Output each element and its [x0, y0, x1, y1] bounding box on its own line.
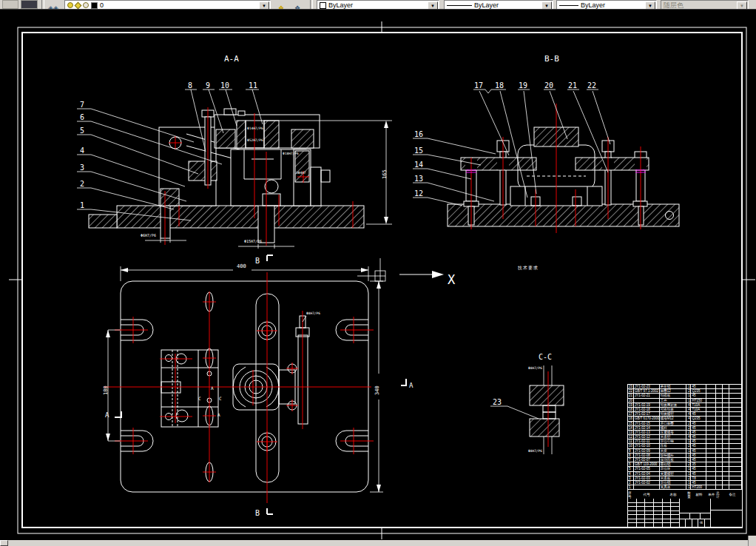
plan-section-a-left: A: [105, 411, 109, 419]
layer-lock-icon[interactable]: [83, 2, 89, 8]
bb-base-plate-hatch: [448, 204, 679, 226]
lineweight-dropdown-arrow[interactable]: ▼: [645, 1, 655, 10]
aa-dim-bushing-right: Φ18H7/P6: [283, 152, 299, 155]
svg-text:8: 8: [188, 81, 192, 90]
direction-arrow: X: [399, 271, 456, 287]
layer-freeze-icon[interactable]: [75, 1, 82, 9]
plan-dim-400: 400: [237, 263, 246, 269]
direction-marker-x: X: [448, 272, 456, 287]
svg-text:16: 16: [414, 130, 423, 138]
svg-text:11: 11: [249, 81, 257, 90]
plan-section-b-bottom: B: [255, 509, 260, 517]
svg-text:18: 18: [495, 81, 504, 90]
plan-section-marks: [115, 255, 406, 514]
title-block-right: [711, 499, 743, 528]
view-section-cc: C-C 23 Φ8H7/P6 Φ8H7/P6: [490, 353, 564, 454]
bb-balloons-left: 16 15 14 13 12: [414, 130, 423, 198]
plan-base-plate: [121, 281, 368, 492]
svg-text:14: 14: [414, 161, 423, 169]
notes-title: 技术要求: [481, 265, 576, 272]
plan-centerlines: [104, 272, 374, 503]
drawing-number-cell: [711, 510, 743, 528]
aa-base-plate-hatch: [117, 206, 364, 228]
title-block-revision-grid: [628, 499, 680, 528]
svg-text:A: A: [211, 385, 214, 391]
horizontal-scrollbar[interactable]: [0, 540, 756, 546]
linetype-sample: [447, 5, 472, 6]
layer-dropdown-arrow[interactable]: ▼: [259, 1, 269, 10]
aa-dim-pin-left: Φ6H7/P6: [141, 233, 156, 237]
svg-text:C: C: [198, 396, 201, 401]
view-plan: 400 340 180 Φ8H7/P6 B B A A A C C: [103, 255, 414, 517]
plan-clamp-bar: [298, 335, 308, 424]
plan-dim-180: 180: [103, 385, 109, 395]
aa-base-step-hatch: [89, 215, 117, 228]
svg-text:C: C: [219, 396, 222, 401]
svg-text:15: 15: [414, 146, 423, 155]
layer-previous-icon[interactable]: ❖: [290, 0, 305, 9]
title-block-middle: 张: [680, 499, 711, 528]
unit-name-cell: [711, 499, 743, 510]
linetype-dropdown[interactable]: ByLayer ▼: [444, 0, 553, 10]
svg-text:1: 1: [80, 201, 84, 209]
title-block: 张: [627, 499, 742, 528]
svg-text:9: 9: [206, 81, 210, 90]
view-aa-title: A-A: [224, 54, 239, 64]
aa-dim-bushing-lower: Φ52H7/P6: [247, 138, 263, 142]
bom-rows: 23 JY1-02-23 菱形销 1 45 22 GB/T 97.1-2002 …: [628, 385, 742, 490]
toolbar-separator: [41, 0, 44, 9]
view-bb-title: B-B: [544, 54, 559, 64]
plan-dims: [106, 266, 383, 492]
toolbar-icon-partial[interactable]: [2, 0, 18, 9]
layer-name: 0: [100, 1, 104, 9]
scroll-left-button[interactable]: [0, 540, 8, 546]
drawing-name-cell: [680, 499, 711, 513]
plan-dim-stud: Φ8H7/P6: [306, 311, 320, 315]
view-section-bb: B-B: [413, 54, 679, 233]
resize-grip: [748, 536, 756, 546]
sheet-cell: 张: [698, 519, 704, 528]
lineweight-value: ByLayer: [581, 1, 605, 9]
plan-section-b-top: B: [255, 257, 260, 265]
svg-text:17: 17: [474, 81, 483, 90]
bb-balloon-leaders-left: [413, 138, 496, 206]
plan-dim-340: 340: [374, 385, 380, 395]
linetype-dropdown-arrow[interactable]: ▼: [541, 1, 552, 10]
toolbar-icon-dark[interactable]: [21, 0, 38, 9]
aa-dim-pin-right: Φ15H7/P6: [244, 239, 262, 243]
svg-text:21: 21: [568, 81, 577, 90]
plotstyle-value: 随层色: [664, 1, 684, 10]
linetype-value: ByLayer: [474, 1, 499, 9]
layer-on-icon[interactable]: [67, 2, 73, 8]
svg-text:A: A: [217, 412, 220, 417]
svg-text:2: 2: [80, 180, 84, 188]
aa-dim-bushing-upper: Φ14H7/P6: [247, 127, 263, 130]
svg-text:7: 7: [80, 101, 84, 109]
aa-balloons-left: 7 6 5 4 3 2 1: [80, 101, 84, 209]
cc-dim-top: Φ8H7/P6: [528, 366, 542, 370]
aa-dim-small-holes: 3Φ4H7: [296, 171, 306, 175]
svg-text:3: 3: [80, 164, 84, 172]
bom-table: 23 JY1-02-23 菱形销 1 45 22 GB/T 97.1-2002 …: [627, 384, 742, 499]
aa-balloons-top: 8 9 10 11: [188, 81, 257, 90]
color-dropdown[interactable]: ByLayer ▼: [317, 0, 439, 10]
svg-text:20: 20: [544, 81, 553, 90]
svg-text:6: 6: [80, 113, 84, 121]
layers-dialog-icon[interactable]: ◈◈: [45, 0, 61, 9]
make-object-layer-current-icon[interactable]: ❖: [274, 0, 288, 9]
plotstyle-dropdown-arrow: ▼: [737, 1, 747, 10]
toolbar: ◈◈ 0 ▼ ❖ ❖ ByLayer ▼ ByLayer ▼ ByLayer ▼: [0, 0, 756, 10]
svg-text:10: 10: [220, 81, 229, 90]
plotstyle-dropdown: 随层色 ▼: [661, 0, 749, 10]
color-dropdown-arrow[interactable]: ▼: [428, 1, 438, 10]
lineweight-dropdown[interactable]: ByLayer ▼: [556, 0, 657, 10]
bb-balloons-top: 17 18 19 20 21 22: [474, 81, 596, 90]
layer-dropdown[interactable]: 0 ▼: [64, 0, 271, 10]
cc-dim-bottom: Φ8H7/P6: [528, 449, 542, 453]
svg-text:22: 22: [587, 81, 596, 90]
layer-color-chip: [91, 2, 98, 9]
lineweight-sample: [559, 5, 578, 6]
technical-notes: 技术要求: [481, 265, 576, 274]
cad-application-window: ◈◈ 0 ▼ ❖ ❖ ByLayer ▼ ByLayer ▼ ByLayer ▼: [0, 0, 756, 546]
aa-dim-165-label: 165: [382, 169, 388, 179]
